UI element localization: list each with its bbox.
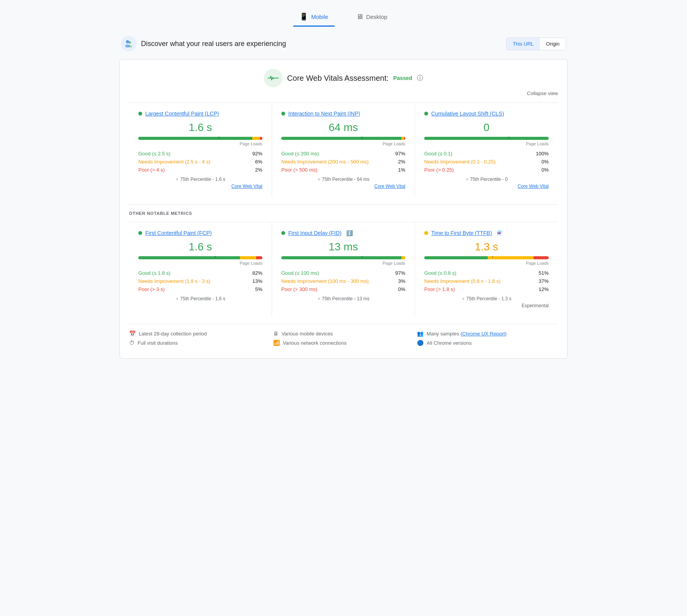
green-dot [281, 231, 285, 235]
good-pct: 97% [395, 151, 405, 157]
core-web-vital-link[interactable]: Core Web Vital [138, 184, 262, 189]
ni-label: Needs Improvement (2.5 s - 4 s) [138, 159, 210, 165]
footer-icon: 📶 [273, 340, 280, 346]
footer-text: All Chrome versions [427, 340, 471, 346]
progress-marker: ↑ [361, 135, 363, 140]
metric-row-good: Good (≤ 200 ms) 97% [281, 151, 405, 157]
progress-marker: ↑ [361, 255, 363, 259]
metric-cell-ttfb: Time to First Byte (TTFB) ⚗️ 1.3 s ↑ Pag… [415, 222, 558, 316]
good-pct: 51% [539, 270, 549, 276]
metric-name-cls[interactable]: Cumulative Layout Shift (CLS) [431, 111, 504, 117]
bar-green [138, 137, 252, 140]
bar-red [404, 137, 405, 140]
percentile-row: ♀ 75th Percentile - 0 [424, 177, 549, 182]
metric-row-poor: Poor (> 500 ms) 1% [281, 167, 405, 173]
assessment-info-icon[interactable]: ⓘ [417, 74, 423, 82]
progress-track [281, 137, 405, 140]
page-loads-label: Page Loads [281, 141, 405, 146]
desktop-icon: 🖥 [356, 13, 363, 21]
poor-label: Poor (> 3 s) [138, 286, 165, 292]
progress-bar-lcp: ↑ [138, 137, 262, 140]
page-loads-label: Page Loads [281, 261, 405, 265]
poor-pct: 0% [541, 167, 549, 173]
good-label: Good (≤ 2.5 s) [138, 151, 170, 157]
metric-row-ni: Needs Improvement (100 ms - 300 ms) 3% [281, 278, 405, 284]
poor-label: Poor (> 4 s) [138, 167, 165, 173]
poor-label: Poor (> 0.25) [424, 167, 454, 173]
metric-row-good: Good (≤ 2.5 s) 92% [138, 151, 262, 157]
progress-bar-inp: ↑ [281, 137, 405, 140]
ni-pct: 2% [398, 159, 405, 165]
info-icon[interactable]: ℹ️ [346, 230, 353, 236]
footer-icon: 🔵 [417, 340, 423, 346]
footer-item: 🔵All Chrome versions [417, 340, 558, 346]
metric-value-inp: 64 ms [281, 121, 405, 134]
metric-name-fcp[interactable]: First Contentful Paint (FCP) [145, 230, 212, 236]
core-web-vital-link[interactable]: Core Web Vital [424, 184, 549, 189]
main-card: Core Web Vitals Assessment: Passed ⓘ Col… [119, 59, 568, 359]
metric-cell-fcp: First Contentful Paint (FCP) 1.6 s ↑ Pag… [129, 222, 272, 316]
ni-pct: 0% [541, 159, 549, 165]
good-label: Good (≤ 100 ms) [281, 270, 319, 276]
metric-name-fid[interactable]: First Input Delay (FID) [288, 230, 342, 236]
header-left: Discover what your real users are experi… [121, 36, 286, 51]
metric-cell-inp: Interaction to Next Paint (INP) 64 ms ↑ … [272, 103, 415, 197]
metric-row-poor: Poor (> 1.8 s) 12% [424, 286, 549, 292]
percentile-row: ♀ 75th Percentile - 1.3 s [424, 296, 549, 301]
footer-text: Many samples (Chrome UX Report) [427, 331, 507, 337]
ni-pct: 6% [255, 159, 262, 165]
good-label: Good (≤ 0.8 s) [424, 270, 456, 276]
page-loads-label: Page Loads [424, 261, 549, 265]
ni-label: Needs Improvement (0.1 - 0.25) [424, 159, 495, 165]
page-loads-label: Page Loads [138, 141, 262, 146]
avatar [121, 36, 136, 51]
good-label: Good (≤ 1.8 s) [138, 270, 170, 276]
poor-pct: 1% [398, 167, 405, 173]
page-loads-label: Page Loads [138, 261, 262, 265]
url-toggle: This URL Origin [506, 37, 566, 50]
collapse-link[interactable]: Collapse view [129, 90, 558, 96]
chrome-ux-link[interactable]: Chrome UX Report [462, 331, 505, 337]
metric-row-ni: Needs Improvement (0.8 s - 1.8 s) 37% [424, 278, 549, 284]
good-pct: 97% [395, 270, 405, 276]
footer-item: 📶Various network connections [273, 340, 414, 346]
origin-button[interactable]: Origin [540, 38, 566, 50]
core-web-vital-link[interactable]: Core Web Vital [281, 184, 405, 189]
ni-label: Needs Improvement (0.8 s - 1.8 s) [424, 278, 500, 284]
footer-text: Various network connections [283, 340, 347, 346]
tab-mobile[interactable]: 📱 Mobile [293, 8, 334, 27]
green-dot [138, 112, 142, 116]
footer-item: ⏱Full visit durations [129, 340, 270, 346]
poor-pct: 0% [398, 286, 405, 292]
metric-row-ni: Needs Improvement (0.1 - 0.25) 0% [424, 159, 549, 165]
poor-label: Poor (> 500 ms) [281, 167, 318, 173]
bar-orange [488, 256, 534, 259]
progress-bar-fcp: ↑ [138, 256, 262, 259]
progress-marker: ↑ [214, 255, 216, 259]
footer-icon: 📅 [129, 330, 136, 337]
metric-name-row: Cumulative Layout Shift (CLS) [424, 111, 549, 117]
metric-name-ttfb[interactable]: Time to First Byte (TTFB) [431, 230, 492, 236]
ni-label: Needs Improvement (1.8 s - 3 s) [138, 278, 210, 284]
progress-bar-cls: ↑ [424, 137, 549, 140]
metric-name-lcp[interactable]: Largest Contentful Paint (LCP) [145, 111, 219, 117]
footer-item: 🖥Various mobile devices [273, 330, 414, 337]
metric-name-inp[interactable]: Interaction to Next Paint (INP) [288, 111, 360, 117]
other-metrics-section: OTHER NOTABLE METRICS First Contentful P… [129, 204, 558, 316]
bar-orange [252, 137, 260, 140]
metric-row-poor: Poor (> 4 s) 2% [138, 167, 262, 173]
tab-desktop[interactable]: 🖥 Desktop [350, 8, 394, 27]
green-dot [281, 112, 285, 116]
page-loads-label: Page Loads [424, 141, 549, 146]
this-url-button[interactable]: This URL [507, 38, 540, 50]
tab-navigation: 📱 Mobile 🖥 Desktop [119, 8, 568, 27]
footer-col-2: 🖥Various mobile devices📶Various network … [273, 330, 414, 349]
poor-pct: 12% [539, 286, 549, 292]
metric-value-fcp: 1.6 s [138, 241, 262, 253]
metric-cell-cls: Cumulative Layout Shift (CLS) 0 ↑ Page L… [415, 103, 558, 197]
metric-row-poor: Poor (> 3 s) 5% [138, 286, 262, 292]
metric-name-row: First Contentful Paint (FCP) [138, 230, 262, 236]
progress-track [138, 137, 262, 140]
experimental-label: Experimental [424, 303, 549, 308]
footer-icon: 🖥 [273, 330, 279, 337]
